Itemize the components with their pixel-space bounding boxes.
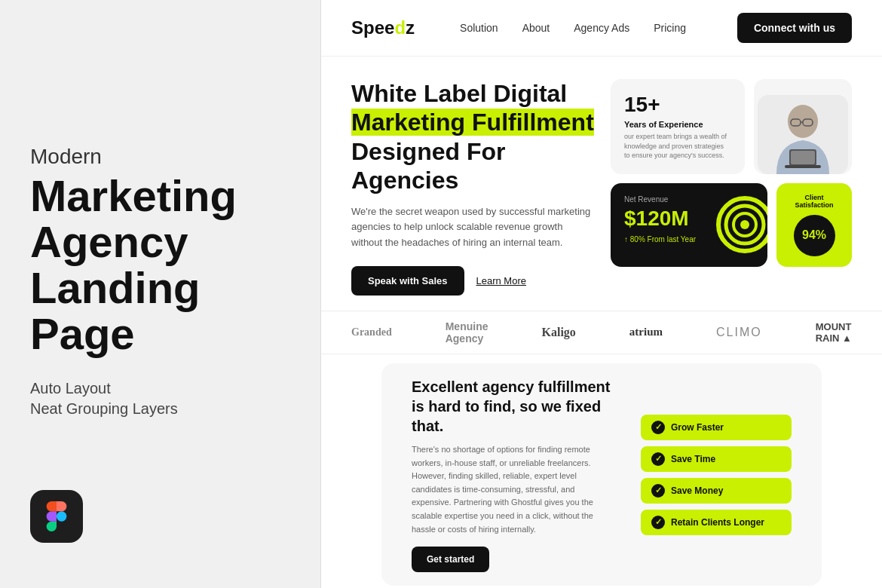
svg-rect-6 <box>791 151 815 164</box>
logo: Speedz <box>351 17 415 38</box>
person-card <box>754 79 852 174</box>
features-right: ✓ Grow Faster ✓ Save Time ✓ Save Money ✓… <box>641 377 792 572</box>
feature-save-money: ✓ Save Money <box>641 478 792 504</box>
left-subtitle: Modern <box>30 145 290 169</box>
stats-years-desc: our expert team brings a wealth of knowl… <box>624 132 731 161</box>
left-bottom <box>30 490 290 558</box>
brand-granded: Granded <box>351 326 392 338</box>
check-icon-money: ✓ <box>651 484 665 498</box>
hero-stats-bottom: Net Revenue $120M ↑ 80% From last Year <box>611 183 852 267</box>
satisfaction-label: Client Satisfaction <box>789 194 840 209</box>
satisfaction-percent: 94% <box>802 228 826 242</box>
revenue-card: Net Revenue $120M ↑ 80% From last Year <box>611 183 767 267</box>
features-wrapper: Excellent agency fulfillment is hard to … <box>321 354 882 588</box>
navbar: Speedz Solution About Agency Ads Pricing… <box>321 0 882 57</box>
features-section: Excellent agency fulfillment is hard to … <box>381 363 822 586</box>
feature-save-time: ✓ Save Time <box>641 446 792 472</box>
left-features: Auto Layout Neat Grouping Layers <box>30 380 290 421</box>
features-left: Excellent agency fulfillment is hard to … <box>412 377 611 572</box>
connect-with-us-button[interactable]: Connect with us <box>737 13 852 43</box>
feature-grouping: Neat Grouping Layers <box>30 400 290 418</box>
check-icon-grow: ✓ <box>651 421 665 434</box>
speak-with-sales-button[interactable]: Speak with Sales <box>351 266 464 296</box>
hero-right: 15+ Years of Experience our expert team … <box>611 79 852 267</box>
brand-mountrain: MOUNTRAIN ▲ <box>816 321 852 344</box>
left-description: Modern Marketing Agency Landing Page Aut… <box>30 30 290 490</box>
features-title: Excellent agency fulfillment is hard to … <box>412 377 611 436</box>
brand-climo: CLIMO <box>716 326 762 339</box>
brands-section: Granded MenuineAgency Kaligo atrium CLIM… <box>321 311 882 354</box>
nav-about[interactable]: About <box>522 22 550 34</box>
hero-buttons: Speak with Sales Learn More <box>351 266 596 296</box>
satisfaction-card: Client Satisfaction 94% <box>776 183 852 267</box>
satisfaction-circle: 94% <box>794 215 835 256</box>
check-icon-retain: ✓ <box>651 516 665 529</box>
feature-grow-faster: ✓ Grow Faster <box>641 415 792 440</box>
logo-highlight: d <box>394 17 406 38</box>
hero-title: White Label Digital Marketing Fulfillmen… <box>351 79 596 195</box>
nav-pricing[interactable]: Pricing <box>654 22 686 34</box>
left-title: Marketing Agency Landing Page <box>30 173 290 357</box>
nav-solution[interactable]: Solution <box>460 22 498 34</box>
right-panel: Speedz Solution About Agency Ads Pricing… <box>320 0 882 588</box>
left-panel: Modern Marketing Agency Landing Page Aut… <box>0 0 320 588</box>
spiral-icon <box>715 194 767 255</box>
svg-point-11 <box>740 220 749 229</box>
hero-section: White Label Digital Marketing Fulfillmen… <box>321 57 882 311</box>
check-icon-time: ✓ <box>651 452 665 466</box>
stats-years-label: Years of Experience <box>624 120 731 129</box>
svg-rect-7 <box>785 165 821 168</box>
hero-description: We're the secret weapon used by successf… <box>351 204 596 251</box>
learn-more-link[interactable]: Learn More <box>476 275 526 286</box>
figma-icon <box>30 490 83 543</box>
revenue-change-value: ↑ 80% <box>624 235 645 243</box>
years-experience-card: 15+ Years of Experience our expert team … <box>611 79 745 174</box>
feature-retain-clients: ✓ Retain Clients Longer <box>641 510 792 535</box>
stats-years-number: 15+ <box>624 93 731 117</box>
hero-title-highlight: Marketing Fulfillment <box>351 109 594 136</box>
revenue-change-suffix: From last Year <box>648 235 696 243</box>
feature-auto-layout: Auto Layout <box>30 380 290 397</box>
features-desc: There's no shortage of options for findi… <box>412 443 611 536</box>
nav-links: Solution About Agency Ads Pricing <box>460 22 737 34</box>
nav-agency-ads[interactable]: Agency Ads <box>574 22 629 34</box>
brand-menuine: MenuineAgency <box>446 320 488 345</box>
hero-stats-top: 15+ Years of Experience our expert team … <box>611 79 852 174</box>
brand-kaligo: Kaligo <box>542 326 576 339</box>
hero-left: White Label Digital Marketing Fulfillmen… <box>351 79 596 296</box>
brand-atrium: atrium <box>629 326 663 338</box>
get-started-button[interactable]: Get started <box>412 547 489 572</box>
